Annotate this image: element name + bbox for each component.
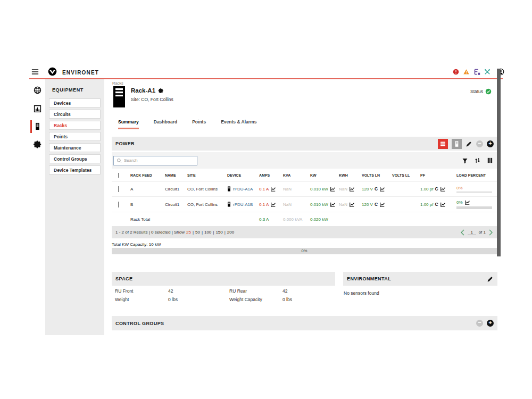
settings-icon[interactable]: [33, 140, 42, 149]
space-fields: RU Front42RU Rear42Weight0 lbsWeight Cap…: [115, 288, 331, 302]
alarm-warning-icon[interactable]: [463, 69, 470, 75]
trend-icon[interactable]: [349, 202, 355, 207]
space-field-value: 0 lbs: [282, 297, 331, 302]
page-next-icon[interactable]: [488, 229, 493, 236]
power-section-title: POWER: [112, 141, 135, 146]
breadcrumb[interactable]: Racks: [112, 81, 123, 86]
trend-icon[interactable]: [379, 202, 385, 207]
racks-icon[interactable]: [34, 122, 41, 130]
calculated-flag: C: [375, 186, 378, 192]
page-of-label: of 1: [479, 230, 486, 235]
power-table: RACK FEEDNAMESITEDEVICEAMPSKVAKWKWHVOLTS…: [112, 169, 497, 226]
remove-control-group-button[interactable]: −: [476, 320, 483, 327]
column-header: RACK FEED: [130, 173, 165, 177]
vertical-scrollbar[interactable]: [497, 69, 501, 256]
sort-icon[interactable]: [474, 157, 481, 164]
calculated-flag: C: [435, 186, 438, 192]
sidebar-item-circuits[interactable]: Circuits: [49, 110, 101, 119]
tab-points[interactable]: Points: [192, 119, 206, 129]
pagination-controls: 1 of 1: [460, 229, 497, 236]
search-placeholder: Search: [124, 158, 137, 163]
name-cell: Circuit1: [165, 187, 187, 192]
device-rack-icon: [227, 186, 231, 192]
edit-power-icon[interactable]: [466, 140, 472, 147]
space-field-label: RU Rear: [229, 288, 282, 294]
table-view-button[interactable]: [438, 139, 448, 149]
brand-name: ENVIRONET: [62, 70, 99, 76]
amps-cell: 0.1 A: [259, 186, 283, 192]
trend-icon[interactable]: [270, 202, 276, 207]
rack-view-button[interactable]: [452, 139, 462, 149]
site-cell: CO, Fort Collins: [187, 187, 227, 192]
column-header: NAME: [165, 173, 187, 177]
trend-icon[interactable]: [270, 186, 276, 192]
space-section-title: SPACE: [112, 276, 132, 281]
strip-active-indicator: [30, 120, 32, 133]
trend-icon[interactable]: [379, 186, 385, 192]
device-cell: rPDU-A1A: [227, 186, 259, 192]
table-row[interactable]: BCircuit1CO, Fort CollinsrPDU-A1B0.1 ANa…: [112, 197, 497, 212]
load-percent-value: 0%: [456, 200, 463, 205]
column-header: KVA: [283, 173, 310, 177]
trend-icon[interactable]: [440, 186, 446, 192]
kw-cell: 0.010 kW: [310, 186, 339, 192]
sidebar-item-maintenance[interactable]: Maintenance: [49, 143, 101, 152]
volts_ln-cell: 120 VC: [362, 186, 392, 192]
table-tools: [462, 157, 497, 164]
trend-icon[interactable]: [440, 202, 446, 207]
trend-icon[interactable]: [330, 186, 336, 192]
trend-icon[interactable]: [330, 202, 336, 207]
filter-icon[interactable]: [462, 157, 468, 164]
dashboards-icon[interactable]: [34, 105, 41, 113]
total-kva-cell: 0.000 kVA: [283, 217, 310, 222]
row-checkbox[interactable]: [118, 186, 119, 192]
sidebar-item-control-groups[interactable]: Control Groups: [49, 154, 101, 163]
table-row[interactable]: ACircuit1CO, Fort CollinsrPDU-A1A0.1 ANa…: [112, 181, 497, 197]
tab-dashboard[interactable]: Dashboard: [154, 119, 177, 129]
row-checkbox[interactable]: [118, 202, 119, 207]
select-all-checkbox[interactable]: [118, 173, 119, 178]
power-section-header: POWER − +: [112, 137, 497, 151]
total-amps-cell-value: 0.3 A: [259, 217, 269, 222]
brand-logo: [48, 67, 57, 76]
add-control-group-button[interactable]: +: [487, 320, 494, 327]
page-size-option[interactable]: 150: [215, 230, 222, 235]
device-link[interactable]: rPDU-A1A: [233, 187, 253, 192]
events-icon[interactable]: [473, 69, 480, 76]
page-prev-icon[interactable]: [460, 229, 465, 236]
remove-feed-button[interactable]: −: [476, 140, 483, 147]
page-number-input[interactable]: 1: [468, 230, 476, 235]
sidebar-item-device-templates[interactable]: Device Templates: [49, 165, 101, 174]
control-groups-title: CONTROL GROUPS: [112, 321, 164, 326]
rack-large-icon: [113, 86, 126, 108]
alarm-critical-icon[interactable]: [453, 69, 459, 75]
load-percent-cell: 0%: [456, 200, 497, 209]
columns-icon[interactable]: [487, 157, 493, 164]
status-ok-icon: [485, 88, 492, 95]
page-size-option[interactable]: 50: [195, 230, 200, 235]
device-link[interactable]: rPDU-A1B: [233, 202, 253, 207]
status-label: Status: [470, 89, 483, 94]
page-size-option[interactable]: 25: [186, 230, 191, 235]
menu-icon[interactable]: [31, 69, 39, 75]
edit-environmental-icon[interactable]: [487, 276, 494, 282]
sidebar-item-points[interactable]: Points: [49, 132, 101, 141]
kw-cell: 0.010 kW: [310, 202, 339, 207]
page-size-option[interactable]: 100: [204, 230, 211, 235]
page-size-option[interactable]: 200: [227, 230, 234, 235]
add-feed-button[interactable]: +: [487, 140, 494, 147]
trend-icon[interactable]: [464, 200, 470, 205]
rack-settings-gear-icon[interactable]: [158, 88, 164, 94]
globe-icon[interactable]: [34, 86, 41, 94]
kw-cell-value: 0.010 kW: [310, 202, 328, 207]
trend-icon[interactable]: [349, 186, 355, 192]
search-input[interactable]: Search: [113, 156, 197, 165]
load-percent-value: 0%: [456, 186, 463, 190]
sidebar-item-racks[interactable]: Racks: [49, 121, 101, 130]
pagination-summary: 1 - 2 of 2 Results | 0 selected | Show25…: [112, 230, 234, 235]
tab-summary[interactable]: Summary: [118, 119, 139, 129]
maintenance-icon[interactable]: [484, 69, 491, 75]
tab-events-alarms[interactable]: Events & Alarms: [221, 119, 256, 129]
sidebar-item-devices[interactable]: Devices: [49, 98, 101, 107]
total-amps-cell: 0.3 A: [259, 217, 283, 222]
